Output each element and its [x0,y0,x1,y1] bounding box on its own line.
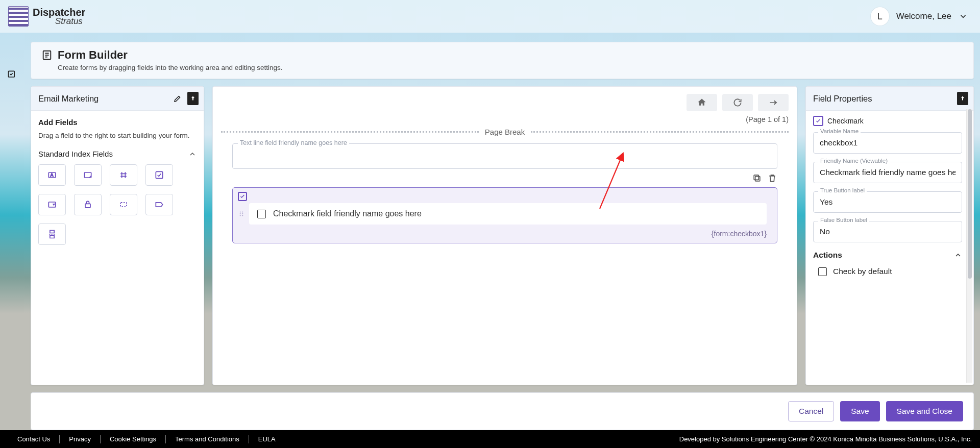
checkmark-field-label: Checkmark field friendly name goes here [273,209,422,218]
checkbox-icon [238,192,247,201]
avatar: L [871,7,889,26]
svg-rect-12 [156,171,162,178]
selected-type-label: Checkmark [827,117,864,125]
save-button[interactable]: Save [840,401,879,421]
chevron-up-icon [954,251,962,259]
false-label-label: False Button label [818,217,869,223]
checkbox-box-icon[interactable] [818,267,827,276]
chevron-up-icon [188,150,197,158]
group-label: Standard Index Fields [38,150,113,158]
svg-point-21 [240,215,241,216]
check-by-default-option[interactable]: Check by default [818,267,962,276]
duplicate-field-button[interactable] [752,173,762,183]
svg-point-19 [240,212,241,213]
group-toggle-standard[interactable]: Standard Index Fields [38,150,197,158]
true-label-input[interactable] [813,191,962,213]
brand-logo-icon [8,6,29,27]
check-by-default-label: Check by default [833,267,892,276]
svg-text:A: A [51,172,54,178]
page-break-label: Page Break [485,128,525,136]
checkmark-field[interactable]: Checkmark field friendly name goes here [249,203,767,225]
user-menu[interactable]: L Welcome, Lee [871,7,968,26]
actions-heading: Actions [813,251,842,260]
tile-selection[interactable] [110,194,137,215]
save-close-button[interactable]: Save and Close [886,401,963,421]
tile-checkbox[interactable] [145,164,173,186]
field-tile-grid: A [38,164,197,245]
chevron-down-icon [959,12,968,21]
next-button[interactable] [758,94,789,111]
footer-link-terms[interactable]: Terms and Conditions [166,435,249,443]
page-title: Form Builder [58,48,128,62]
footer-link-eula[interactable]: EULA [249,435,285,443]
form-button-bar: Cancel Save Save and Close [31,392,974,430]
friendly-name-label: Friendly Name (Viewable) [818,158,890,164]
left-rail [0,38,23,435]
friendly-name-input[interactable] [813,162,962,183]
tile-number[interactable] [110,164,137,186]
home-button[interactable] [687,94,717,111]
brand-line2: Stratus [33,17,85,26]
fields-panel: Email Marketing Add Fields Drag a field … [31,86,204,385]
pin-panel-button[interactable] [187,92,199,105]
false-label-input[interactable] [813,221,962,242]
footer-link-contact[interactable]: Contact Us [8,435,59,443]
svg-point-22 [242,212,243,213]
checkmark-field-block[interactable]: Checkmark field friendly name goes here … [232,187,777,243]
svg-point-23 [242,213,243,214]
footer-copyright: Developed by Solutions Engineering Cente… [679,435,972,443]
tile-text[interactable]: A [38,164,66,186]
delete-field-button[interactable] [767,173,777,183]
actions-toggle[interactable]: Actions [813,251,962,260]
selected-type-icon [813,116,823,126]
page-break-divider: Page Break [213,128,797,140]
cancel-button[interactable]: Cancel [788,401,834,421]
properties-title: Field Properties [813,94,872,104]
variable-name-label: Variable Name [818,128,861,134]
pin-properties-button[interactable] [957,92,968,105]
add-fields-heading: Add Fields [38,118,197,127]
svg-rect-18 [754,175,758,180]
properties-panel: Field Properties Checkmark Variable Name [805,86,974,385]
checklist-icon[interactable] [7,69,17,80]
svg-rect-15 [120,203,127,207]
svg-rect-14 [85,204,90,208]
tile-pagebreak[interactable] [38,223,66,245]
footer-link-privacy[interactable]: Privacy [60,435,100,443]
svg-point-20 [240,213,241,214]
footer-links: Contact Us Privacy Cookie Settings Terms… [8,435,285,443]
add-fields-help: Drag a field to the right to start build… [38,132,197,139]
form-icon [41,49,53,61]
svg-rect-17 [755,177,760,181]
welcome-text: Welcome, Lee [896,11,951,21]
tile-textarea[interactable] [74,164,102,186]
tile-tag[interactable] [145,194,173,215]
text-line-field[interactable]: Text line field friendly name goes here [232,143,777,169]
true-label-label: True Button label [818,187,867,193]
checkbox-box-icon[interactable] [257,210,266,218]
tile-secure[interactable] [74,194,102,215]
footer: Contact Us Privacy Cookie Settings Terms… [0,430,980,448]
checkmark-variable-ref: {form:checkbox1} [249,230,767,238]
page-info: (Page 1 of 1) [213,114,797,128]
svg-point-24 [242,215,243,216]
form-name: Email Marketing [38,94,99,104]
top-bar: Dispatcher Stratus L Welcome, Lee [0,0,980,33]
brand: Dispatcher Stratus [8,6,85,27]
variable-name-input[interactable] [813,132,962,154]
tile-dropdown[interactable] [38,194,66,215]
text-line-placeholder: Text line field friendly name goes here [238,139,349,146]
canvas-panel: (Page 1 of 1) Page Break Text line field… [212,86,797,385]
footer-link-cookies[interactable]: Cookie Settings [101,435,165,443]
refresh-button[interactable] [722,94,753,111]
page-subtitle: Create forms by dragging fields into the… [58,64,963,71]
page-title-card: Form Builder Create forms by dragging fi… [31,42,974,79]
rename-form-button[interactable] [173,94,182,103]
drag-handle-icon[interactable] [238,210,245,217]
